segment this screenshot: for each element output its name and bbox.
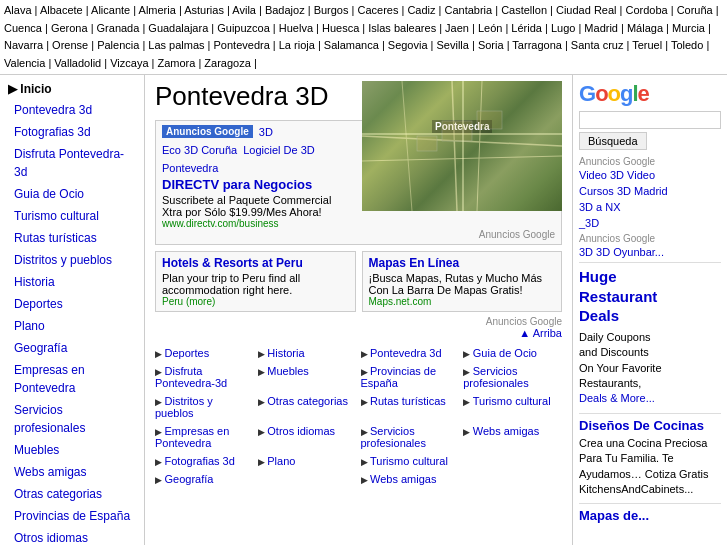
right-sidebar: Google Búsqueda Anuncios Google Video 3D… <box>572 75 727 545</box>
ads-col1-url: Peru (more) <box>162 296 349 307</box>
google-logo: Google <box>579 81 721 107</box>
ads-link-3d[interactable]: 3D <box>259 126 273 138</box>
google-search-button[interactable]: Búsqueda <box>579 132 647 150</box>
link-turismo3[interactable]: Turismo cultural <box>361 453 460 469</box>
google-g2: g <box>620 81 632 106</box>
link-pontevedra3d[interactable]: Pontevedra 3d <box>361 345 460 361</box>
link-empty2 <box>258 471 357 487</box>
link-disfruta[interactable]: Disfruta Pontevedra-3d <box>155 363 254 391</box>
sidebar-item-historia[interactable]: Historia <box>0 271 144 293</box>
right-promo-cocinas: Diseños De Cocinas Crea una Cocina Preci… <box>579 413 721 498</box>
link-muebles[interactable]: Muebles <box>258 363 357 391</box>
google-g: G <box>579 81 595 106</box>
promo-restaurant-text: Daily Coupons and Discounts On Your Favo… <box>579 330 721 407</box>
ads-label2: Anuncios Google <box>155 316 562 327</box>
promo-cocinas-text: Crea una Cocina Preciosa Para Tu Familia… <box>579 436 721 498</box>
promo-daily-coupons: Daily Coupons <box>579 331 651 343</box>
sidebar-item-otras[interactable]: Otras categorias <box>0 483 144 505</box>
sidebar-item-provincias[interactable]: Provincias de España <box>0 505 144 527</box>
ads-col-1: Hotels & Resorts at Peru Plan your trip … <box>155 251 356 312</box>
sidebar-item-plano[interactable]: Plano <box>0 315 144 337</box>
link-historia[interactable]: Historia <box>258 345 357 361</box>
svg-line-4 <box>402 81 412 211</box>
sidebar-item-rutas[interactable]: Rutas turísticas <box>0 227 144 249</box>
right-ads-label: Anuncios Google <box>579 156 721 167</box>
ads-top-bar: Anuncios Google 3D Eco 3D Coruña Logicie… <box>162 125 352 174</box>
ads-link-eco[interactable]: Eco 3D Coruña <box>162 144 237 156</box>
ads-col-2: Mapas En Línea ¡Busca Mapas, Rutas y Muc… <box>362 251 563 312</box>
sidebar-item-webs[interactable]: Webs amigas <box>0 461 144 483</box>
right-ad-cursos[interactable]: Cursos 3D Madrid <box>579 185 721 197</box>
ads-two-col: Hotels & Resorts at Peru Plan your trip … <box>155 251 562 312</box>
sidebar-item-pontevedra3d[interactable]: Pontevedra 3d <box>0 99 144 121</box>
link-otras[interactable]: Otras categorias <box>258 393 357 421</box>
link-servicios3[interactable]: Servicios profesionales <box>361 423 460 451</box>
promo-cocinas-title[interactable]: Diseños De Cocinas <box>579 418 721 433</box>
link-fotos[interactable]: Fotografias 3d <box>155 453 254 469</box>
sidebar-item-muebles[interactable]: Muebles <box>0 439 144 461</box>
ads-bottom-label: Anuncios Google <box>162 229 555 240</box>
google-search-input[interactable] <box>579 111 721 129</box>
sidebar-item-deportes[interactable]: Deportes <box>0 293 144 315</box>
sidebar-item-idiomas[interactable]: Otros idiomas <box>0 527 144 545</box>
ads-col2-title[interactable]: Mapas En Línea <box>369 256 556 270</box>
svg-rect-7 <box>477 111 502 129</box>
sidebar-item-fotografias[interactable]: Fotografias 3d <box>0 121 144 143</box>
main-content: Pontevedra Pontevedra 3D Anuncios Google… <box>145 75 572 545</box>
right-ads-label2: Anuncios Google <box>579 233 721 244</box>
svg-line-1 <box>362 156 562 161</box>
link-idiomas[interactable]: Otros idiomas <box>258 423 357 451</box>
city-nav-text: Alava | Albacete | Alicante | Almeria | … <box>4 4 719 69</box>
link-empty1 <box>463 453 562 469</box>
satellite-image: Pontevedra <box>362 81 562 211</box>
right-ad-video[interactable]: Video 3D Video <box>579 169 721 181</box>
right-ad-oyun[interactable]: 3D 3D Oyunbar... <box>579 246 721 258</box>
top-nav: Alava | Albacete | Alicante | Almeria | … <box>0 0 727 75</box>
link-provincias[interactable]: Provincias de España <box>361 363 460 391</box>
link-grid: Deportes Historia Pontevedra 3d Guia de … <box>155 345 562 487</box>
right-ad-link-3dnx[interactable]: 3D a NX <box>579 201 621 213</box>
link-webs3[interactable]: Webs amigas <box>361 471 460 487</box>
link-turismo2[interactable]: Turismo cultural <box>463 393 562 421</box>
link-guia[interactable]: Guia de Ocio <box>463 345 562 361</box>
sidebar-item-distritos[interactable]: Distritos y pueblos <box>0 249 144 271</box>
ads-col2-url: Maps.net.com <box>369 296 556 307</box>
sidebar-item-empresas[interactable]: Empresas en Pontevedra <box>0 359 144 399</box>
right-promo-restaurant: HugeRestaurantDeals Daily Coupons and Di… <box>579 262 721 406</box>
right-ad-link-3d[interactable]: _3D <box>579 217 599 229</box>
promo-restaurant-title[interactable]: HugeRestaurantDeals <box>579 267 721 326</box>
promo-deals-more[interactable]: Deals & More... <box>579 392 655 404</box>
link-rutas[interactable]: Rutas turísticas <box>361 393 460 421</box>
sidebar-item-servicios[interactable]: Servicios profesionales <box>0 399 144 439</box>
link-plano[interactable]: Plano <box>258 453 357 469</box>
link-empresas2[interactable]: Empresas en Pontevedra <box>155 423 254 451</box>
sidebar-item-turismo[interactable]: Turismo cultural <box>0 205 144 227</box>
right-ad-link-video[interactable]: Video 3D Video <box>579 169 655 181</box>
ads-link-pontevedra[interactable]: Pontevedra <box>162 162 218 174</box>
mapas-link[interactable]: Mapas de... <box>579 503 721 523</box>
sidebar-inicio[interactable]: ▶ Inicio <box>0 79 144 99</box>
sidebar-item-guia-ocio[interactable]: Guia de Ocio <box>0 183 144 205</box>
right-ad-3dnx[interactable]: 3D a NX <box>579 201 721 213</box>
link-webs2[interactable]: Webs amigas <box>463 423 562 451</box>
promo-huge: HugeRestaurantDeals <box>579 268 657 324</box>
promo-on-your: On Your Favorite Restaurants, <box>579 362 662 389</box>
ads-link-logiciel[interactable]: Logiciel De 3D <box>243 144 315 156</box>
ads-google-label: Anuncios Google <box>162 125 253 138</box>
ads-col2-desc: ¡Busca Mapas, Rutas y Mucho Más Con La B… <box>369 272 556 296</box>
svg-rect-5 <box>442 121 472 141</box>
link-deportes[interactable]: Deportes <box>155 345 254 361</box>
right-ad-link-cursos[interactable]: Cursos 3D Madrid <box>579 185 668 197</box>
arriba-link[interactable]: ▲ Arriba <box>155 327 562 339</box>
sidebar-item-disfruta[interactable]: Disfruta Pontevedra-3d <box>0 143 144 183</box>
right-ad-link-oyun[interactable]: 3D 3D Oyunbar... <box>579 246 664 258</box>
link-servicios2[interactable]: Servicios profesionales <box>463 363 562 391</box>
google-o2: o <box>608 81 620 106</box>
link-distritos2[interactable]: Distritos y pueblos <box>155 393 254 421</box>
link-geo[interactable]: Geografía <box>155 471 254 487</box>
right-ad-3d[interactable]: _3D <box>579 217 721 229</box>
ads-main-url: www.directv.com/business <box>162 218 555 229</box>
sidebar-item-geografia[interactable]: Geografía <box>0 337 144 359</box>
svg-line-3 <box>477 81 482 211</box>
ads-col1-title[interactable]: Hotels & Resorts at Peru <box>162 256 349 270</box>
